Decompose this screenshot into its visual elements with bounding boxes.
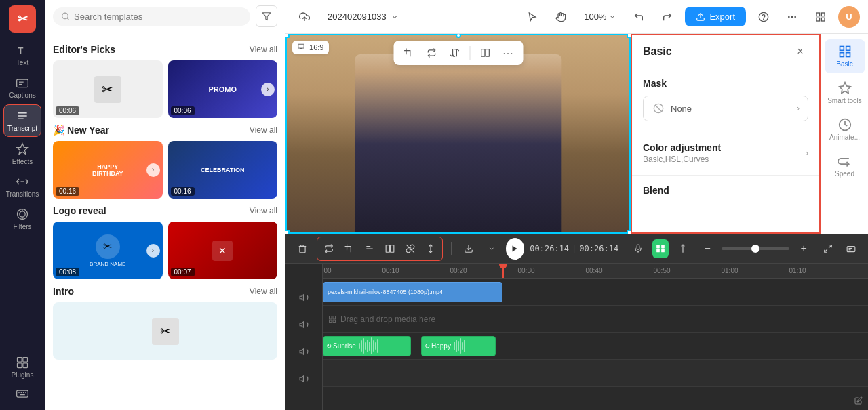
crop-button[interactable]	[399, 43, 418, 62]
fullscreen-button[interactable]	[819, 239, 837, 259]
search-input[interactable]	[74, 12, 242, 22]
waveform-2	[451, 337, 495, 356]
filter-button[interactable]	[256, 5, 277, 27]
unlink-button[interactable]	[400, 239, 420, 259]
export-button[interactable]: Export	[685, 7, 746, 26]
delete-button[interactable]	[294, 239, 311, 259]
split-timeline-button[interactable]	[380, 239, 400, 259]
crop-timeline-button[interactable]	[339, 239, 359, 259]
mask-value: None	[671, 104, 692, 114]
app-logo[interactable]: ✂	[9, 5, 36, 33]
template-card[interactable]: CELEBRATION 00:16	[168, 141, 278, 199]
template-card[interactable]: HAPPYBIRTHDAY › 00:16	[53, 141, 163, 199]
audio-clip-happy[interactable]: ↻ Happy	[421, 336, 496, 356]
new-year-view-all[interactable]: View all	[250, 125, 277, 135]
loop-icon	[324, 244, 334, 253]
trim-button[interactable]	[674, 239, 692, 259]
svg-marker-68	[300, 376, 303, 382]
ruler-spacer	[285, 264, 322, 284]
sidebar-item-text[interactable]: T Text	[3, 39, 41, 70]
tab-basic[interactable]: Basic	[825, 39, 865, 73]
crop-timeline-icon	[344, 244, 354, 253]
sidebar-item-transitions-label: Transitions	[6, 190, 39, 198]
mask-section: Mask None ›	[632, 68, 819, 131]
playhead[interactable]	[502, 264, 504, 278]
search-icon	[61, 12, 70, 21]
search-input-wrap[interactable]	[53, 7, 250, 26]
template-card[interactable]: ✂ 00:06	[53, 60, 163, 118]
tab-animate[interactable]: Animate...	[825, 112, 865, 146]
download-button[interactable]	[460, 239, 477, 259]
svg-marker-7	[17, 144, 28, 155]
sidebar-item-plugins[interactable]: Plugins	[3, 352, 41, 383]
tab-smart-tools[interactable]: Smart tools	[825, 76, 865, 110]
logo-reveal-view-all[interactable]: View all	[250, 206, 277, 216]
toolbar-sep-1	[451, 242, 452, 255]
sidebar-item-keyboard[interactable]	[3, 383, 41, 405]
zoom-in-button[interactable]: +	[793, 239, 814, 259]
video-clip[interactable]: pexels-mikhail-nilov-8847405 (1080p).mp4	[323, 282, 502, 302]
user-avatar[interactable]: U	[838, 6, 860, 28]
chevron-down-icon	[391, 13, 399, 21]
corner-handle-tl[interactable]	[285, 34, 290, 38]
svg-marker-52	[513, 245, 517, 251]
template-card[interactable]: ✕ 00:07	[168, 222, 278, 279]
svg-rect-48	[391, 245, 394, 252]
editors-picks-view-all[interactable]: View all	[250, 45, 277, 54]
more-options-button[interactable]	[781, 6, 803, 28]
sidebar-item-effects[interactable]: Effects	[3, 138, 41, 169]
fullscreen-icon	[823, 244, 833, 253]
help-icon	[758, 12, 769, 22]
color-adj-row[interactable]: Color adjustment Basic,HSL,Curves ›	[643, 141, 808, 165]
left-sidebar: ✂ T Text Captions Transcript Effects Tra…	[0, 0, 45, 410]
layout-button[interactable]	[810, 6, 831, 28]
flip-v-button[interactable]	[445, 43, 464, 62]
zoom-control[interactable]: 100%	[578, 9, 621, 24]
template-card[interactable]: ✂ BRAND NAME › 00:08	[53, 222, 163, 279]
intro-view-all[interactable]: View all	[250, 287, 277, 296]
audio-clip-sunrise[interactable]: ↻ Sunrise	[323, 336, 411, 356]
redo-button[interactable]	[656, 6, 678, 28]
project-name-button[interactable]: 202402091033	[322, 9, 404, 24]
zoom-out-button[interactable]: −	[697, 239, 717, 259]
resize-timeline-button[interactable]	[420, 239, 441, 259]
split-view-button[interactable]	[475, 43, 494, 62]
undo-button[interactable]	[628, 6, 650, 28]
upload-button[interactable]	[294, 6, 315, 28]
filters-icon	[16, 207, 29, 221]
download-options-button[interactable]	[483, 239, 500, 259]
template-card[interactable]: PROMO › 00:06	[168, 60, 278, 118]
svg-point-23	[62, 13, 68, 19]
sidebar-item-filters[interactable]: Filters	[3, 203, 41, 234]
waveform	[356, 337, 410, 356]
microphone-button[interactable]	[629, 239, 647, 259]
sidebar-item-captions[interactable]: Captions	[3, 72, 41, 103]
ai-button[interactable]	[652, 239, 669, 258]
edge-handle-top[interactable]	[456, 34, 461, 38]
templates-content: Editor's Picks View all ✂ 00:06 PROMO › …	[45, 33, 285, 410]
more-actions-button[interactable]: ⋯	[498, 43, 517, 62]
svg-rect-41	[840, 47, 844, 51]
ai-icon	[656, 244, 665, 253]
properties-panel: Basic × Mask None ›	[631, 34, 821, 234]
sidebar-item-transcript[interactable]: Transcript	[3, 104, 41, 137]
track-label-music	[285, 365, 322, 392]
svg-rect-35	[816, 18, 820, 21]
properties-close-button[interactable]: ×	[792, 43, 808, 60]
tab-speed[interactable]: Speed	[825, 149, 865, 183]
sidebar-item-transitions[interactable]: Transitions	[3, 171, 41, 202]
zoom-thumb[interactable]	[751, 245, 760, 253]
corner-handle-bl[interactable]	[285, 230, 290, 234]
mask-selector[interactable]: None ›	[643, 96, 808, 121]
template-card[interactable]: ✂	[53, 302, 277, 360]
svg-rect-72	[333, 320, 336, 323]
caption-view-button[interactable]	[842, 239, 860, 259]
help-button[interactable]	[753, 6, 774, 28]
loop-button[interactable]	[319, 239, 339, 259]
flip-timeline-button[interactable]	[359, 239, 380, 259]
play-button[interactable]	[506, 238, 525, 260]
new-year-emoji: 🎉	[53, 125, 67, 136]
hand-tool-button[interactable]	[550, 6, 572, 28]
select-tool-button[interactable]	[521, 6, 543, 28]
flip-h-button[interactable]	[422, 43, 441, 62]
